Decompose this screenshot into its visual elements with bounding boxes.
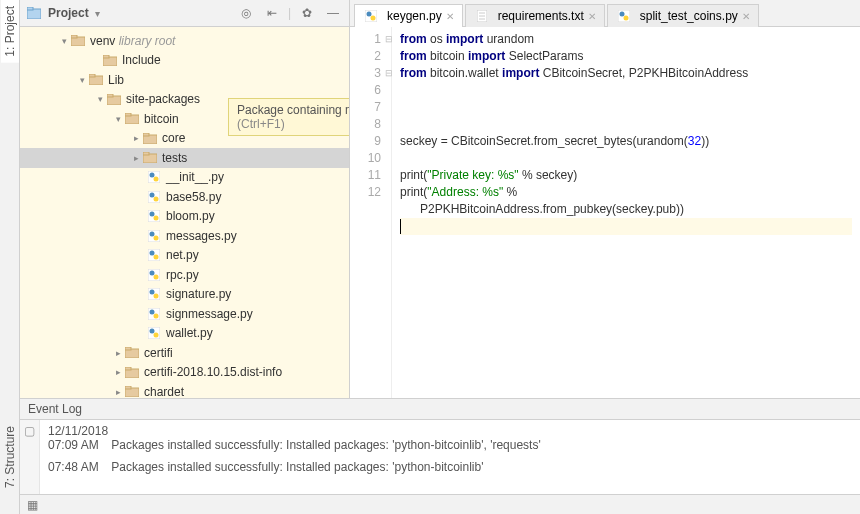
svg-point-29	[150, 251, 155, 256]
project-tree[interactable]: ▾venv library root ▸Include ▾Lib ▾site-p…	[20, 27, 349, 398]
svg-rect-34	[148, 288, 160, 300]
svg-point-21	[154, 196, 159, 201]
svg-point-33	[154, 274, 159, 279]
tree-file[interactable]: rpc.py	[20, 265, 349, 285]
svg-rect-1	[27, 7, 33, 10]
folder-icon	[142, 151, 158, 165]
svg-rect-46	[125, 367, 131, 370]
side-tab-project[interactable]: 1: Project	[1, 0, 19, 63]
python-file-icon	[146, 190, 162, 204]
tab-keygen[interactable]: keygen.py ✕	[354, 4, 463, 27]
caret	[400, 219, 401, 234]
svg-point-57	[619, 12, 624, 17]
svg-point-35	[150, 290, 155, 295]
svg-point-58	[623, 16, 628, 21]
tree-file[interactable]: base58.py	[20, 187, 349, 207]
folder-icon	[88, 73, 104, 87]
python-file-icon	[146, 307, 162, 321]
line-gutter: 123 6 789 101112 ⊟ ⊟	[350, 27, 392, 398]
event-log-gutter: ▢	[20, 420, 40, 494]
code-text[interactable]: from os import urandom from bitcoin impo…	[392, 27, 860, 398]
svg-rect-31	[148, 269, 160, 281]
python-file-icon	[616, 9, 632, 23]
fold-icon[interactable]: ⊟	[384, 65, 394, 82]
svg-point-20	[150, 192, 155, 197]
svg-point-18	[154, 177, 159, 182]
close-icon[interactable]: ✕	[446, 11, 454, 22]
tab-label: keygen.py	[387, 9, 442, 23]
event-log: ▢ 12/11/2018 07:09 AM Packages installed…	[20, 420, 860, 494]
folder-icon	[142, 131, 158, 145]
tool-window-icon[interactable]: ▦	[24, 497, 40, 513]
folder-icon	[106, 92, 122, 106]
svg-rect-37	[148, 308, 160, 320]
chevron-down-icon[interactable]: ▾	[95, 8, 100, 19]
python-file-icon	[146, 268, 162, 282]
project-tree-panel: Project ▾ ◎ ⇤ | ✿ — ▾venv library root ▸…	[20, 0, 350, 398]
project-icon	[26, 5, 42, 21]
log-date: 12/11/2018	[48, 424, 852, 438]
hide-icon[interactable]: —	[323, 3, 343, 23]
folder-icon	[70, 34, 86, 48]
svg-point-27	[154, 235, 159, 240]
svg-rect-9	[107, 94, 113, 97]
tree-file[interactable]: signmessage.py	[20, 304, 349, 324]
tab-label: split_test_coins.py	[640, 9, 738, 23]
side-tab-structure[interactable]: 7: Structure	[1, 420, 19, 494]
svg-rect-28	[148, 249, 160, 261]
svg-rect-5	[103, 55, 109, 58]
svg-point-30	[154, 255, 159, 260]
svg-point-39	[154, 313, 159, 318]
python-file-icon	[146, 170, 162, 184]
tree-folder-include[interactable]: ▸Include	[20, 51, 349, 71]
tree-file[interactable]: net.py	[20, 246, 349, 266]
close-icon[interactable]: ✕	[742, 11, 750, 22]
svg-point-50	[367, 12, 372, 17]
tree-folder-chardet[interactable]: ▸chardet	[20, 382, 349, 398]
svg-point-17	[150, 173, 155, 178]
gear-icon[interactable]: ✿	[297, 3, 317, 23]
svg-point-32	[150, 270, 155, 275]
inspection-tooltip: Package containing module 'bitcoin' is n…	[228, 98, 350, 136]
tree-file[interactable]: __init__.py	[20, 168, 349, 188]
python-file-icon	[146, 248, 162, 262]
tab-label: requirements.txt	[498, 9, 584, 23]
tree-file[interactable]: signature.py	[20, 285, 349, 305]
code-editor[interactable]: 123 6 789 101112 ⊟ ⊟ from os import uran…	[350, 27, 860, 398]
collapse-icon[interactable]: ⇤	[262, 3, 282, 23]
svg-point-41	[150, 329, 155, 334]
close-icon[interactable]: ✕	[588, 11, 596, 22]
clear-icon[interactable]: ▢	[24, 424, 35, 438]
tab-split-test-coins[interactable]: split_test_coins.py ✕	[607, 4, 759, 27]
editor-tabs: keygen.py ✕ requirements.txt ✕ split_tes…	[350, 0, 860, 27]
tree-folder-certifi[interactable]: ▸certifi	[20, 343, 349, 363]
fold-icon[interactable]: ⊟	[384, 31, 394, 48]
svg-point-51	[371, 16, 376, 21]
svg-point-23	[150, 212, 155, 217]
left-tool-strip: 1: Project 7: Structure	[0, 0, 20, 514]
svg-rect-7	[89, 74, 95, 77]
svg-rect-19	[148, 191, 160, 203]
svg-rect-22	[148, 210, 160, 222]
svg-rect-13	[143, 133, 149, 136]
folder-icon	[124, 346, 140, 360]
tree-file[interactable]: messages.py	[20, 226, 349, 246]
tree-file[interactable]: wallet.py	[20, 324, 349, 344]
tab-requirements[interactable]: requirements.txt ✕	[465, 4, 605, 27]
event-log-body[interactable]: 12/11/2018 07:09 AM Packages installed s…	[40, 420, 860, 494]
event-log-header[interactable]: Event Log	[20, 398, 860, 420]
python-file-icon	[363, 9, 379, 23]
locate-icon[interactable]: ◎	[236, 3, 256, 23]
editor-area: keygen.py ✕ requirements.txt ✕ split_tes…	[350, 0, 860, 398]
svg-point-24	[154, 216, 159, 221]
project-header: Project ▾ ◎ ⇤ | ✿ —	[20, 0, 349, 27]
tree-file[interactable]: bloom.py	[20, 207, 349, 227]
svg-point-42	[154, 333, 159, 338]
svg-rect-3	[71, 35, 77, 38]
tree-folder-lib[interactable]: ▾Lib	[20, 70, 349, 90]
svg-rect-16	[148, 171, 160, 183]
tree-folder-venv[interactable]: ▾venv library root	[20, 31, 349, 51]
tree-folder-tests[interactable]: ▸tests	[20, 148, 349, 168]
svg-point-38	[150, 309, 155, 314]
tree-folder-certifi-dist[interactable]: ▸certifi-2018.10.15.dist-info	[20, 363, 349, 383]
